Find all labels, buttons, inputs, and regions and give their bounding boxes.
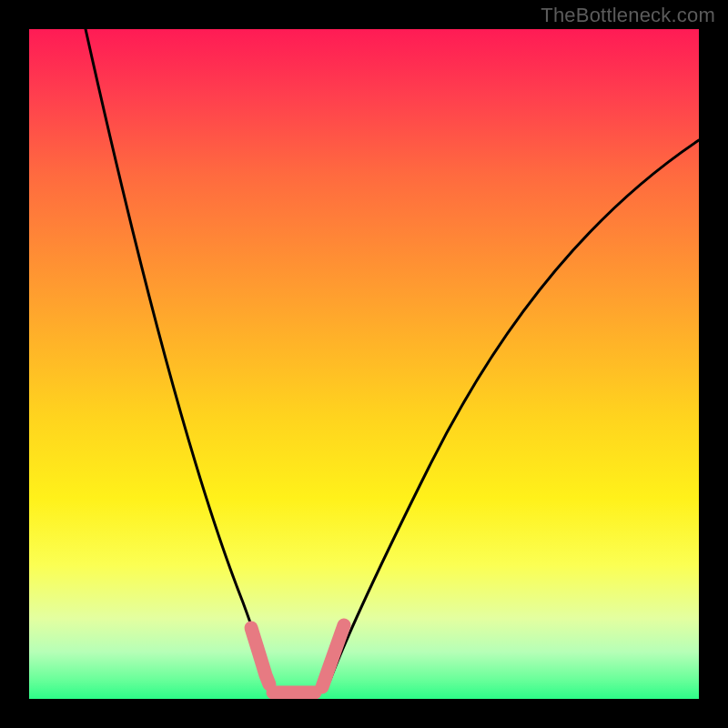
curve-svg — [29, 29, 699, 699]
highlight-left — [251, 628, 269, 684]
watermark-text: TheBottleneck.com — [541, 4, 715, 27]
bottleneck-curve — [86, 29, 699, 694]
chart-frame: TheBottleneck.com — [0, 0, 728, 728]
plot-area — [29, 29, 699, 699]
